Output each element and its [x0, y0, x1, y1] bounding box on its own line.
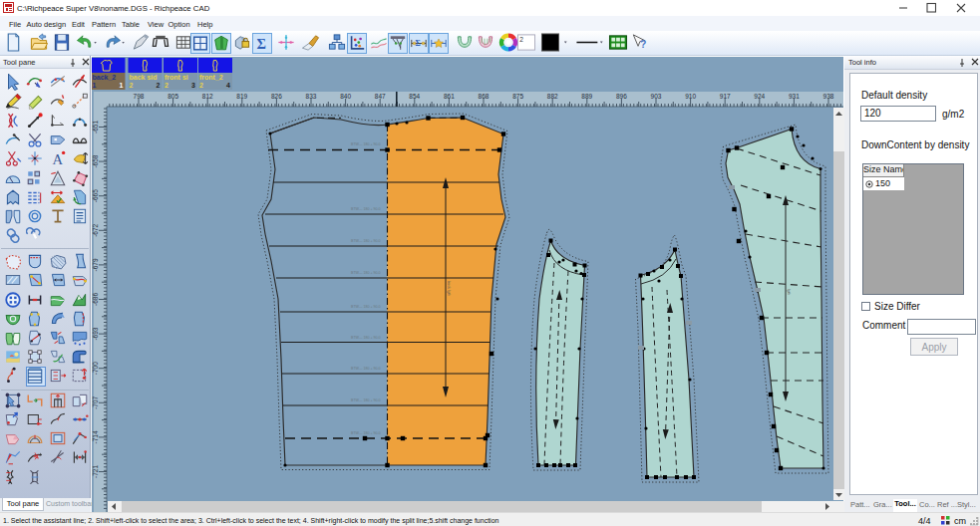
svg-text:917: 917	[720, 93, 731, 100]
svg-text:BTW--- 180 + 90.0: BTW--- 180 + 90.0	[351, 305, 381, 309]
svg-text:back lgth: back lgth	[447, 281, 451, 296]
svg-text:1: 1	[120, 82, 124, 89]
svg-text:lgth: lgth	[787, 289, 791, 295]
svg-text:BTW--- 180 + 90.0: BTW--- 180 + 90.0	[351, 142, 381, 146]
svg-text:875: 875	[512, 93, 523, 100]
svg-text:819: 819	[236, 93, 247, 100]
svg-text:889: 889	[581, 93, 592, 100]
svg-text:3: 3	[191, 82, 195, 89]
svg-text:?: ?	[640, 39, 646, 50]
svg-text:-672: -672	[92, 223, 99, 236]
svg-text:-707: -707	[92, 395, 99, 408]
svg-text:910: 910	[685, 93, 696, 100]
svg-text:833: 833	[306, 93, 317, 100]
svg-text:BTW--- 180 + 90.0: BTW--- 180 + 90.0	[351, 239, 381, 243]
svg-text:BTW--- 180 + 90.0: BTW--- 180 + 90.0	[351, 271, 381, 275]
svg-text:903: 903	[651, 93, 662, 100]
svg-text:-679: -679	[92, 258, 99, 271]
svg-text:882: 882	[547, 93, 558, 100]
svg-text:854: 854	[409, 93, 420, 100]
svg-text:1: 1	[93, 82, 97, 89]
svg-text:861: 861	[444, 93, 455, 100]
svg-text:924: 924	[754, 93, 765, 100]
svg-text:-721: -721	[92, 465, 99, 478]
svg-text:back_2: back_2	[93, 74, 117, 81]
svg-text:2: 2	[157, 82, 161, 89]
svg-text:2: 2	[164, 82, 168, 89]
svg-text:-700: -700	[92, 362, 99, 375]
svg-text:-686: -686	[92, 293, 99, 306]
svg-text:back sid: back sid	[130, 74, 158, 81]
svg-text:847: 847	[375, 93, 386, 100]
svg-text:front si: front si	[164, 74, 188, 81]
svg-text:BTW--- 180 + 90.0: BTW--- 180 + 90.0	[351, 336, 381, 340]
svg-text:BTW--- 180 + 90.0: BTW--- 180 + 90.0	[351, 367, 381, 371]
svg-text:front_2: front_2	[199, 74, 223, 81]
svg-text:896: 896	[616, 93, 627, 100]
svg-text:BTW--- 180 + 90.0: BTW--- 180 + 90.0	[351, 398, 381, 402]
svg-text:826: 826	[271, 93, 282, 100]
svg-text:-693: -693	[92, 327, 99, 340]
svg-text:4: 4	[226, 82, 230, 89]
svg-text:-651: -651	[92, 121, 99, 133]
svg-text:2: 2	[519, 36, 523, 43]
svg-text:Σ: Σ	[257, 36, 266, 52]
svg-text:840: 840	[340, 93, 351, 100]
svg-text:-714: -714	[92, 430, 99, 443]
svg-text:2: 2	[199, 82, 203, 89]
svg-text:A: A	[52, 151, 63, 167]
svg-text:-665: -665	[92, 189, 99, 202]
svg-text:-658: -658	[92, 154, 99, 167]
svg-text:Σ: Σ	[415, 39, 420, 48]
svg-text:2: 2	[130, 82, 134, 89]
svg-text:805: 805	[167, 93, 178, 100]
svg-text:938: 938	[823, 93, 834, 100]
svg-text:798: 798	[134, 93, 145, 100]
svg-text:868: 868	[479, 93, 490, 100]
svg-text:BTW--- 180 + 90.0: BTW--- 180 + 90.0	[351, 431, 381, 435]
svg-text:931: 931	[789, 93, 800, 100]
svg-text:BTW--- 180 + 90.0: BTW--- 180 + 90.0	[351, 207, 381, 211]
svg-text:812: 812	[202, 93, 213, 100]
